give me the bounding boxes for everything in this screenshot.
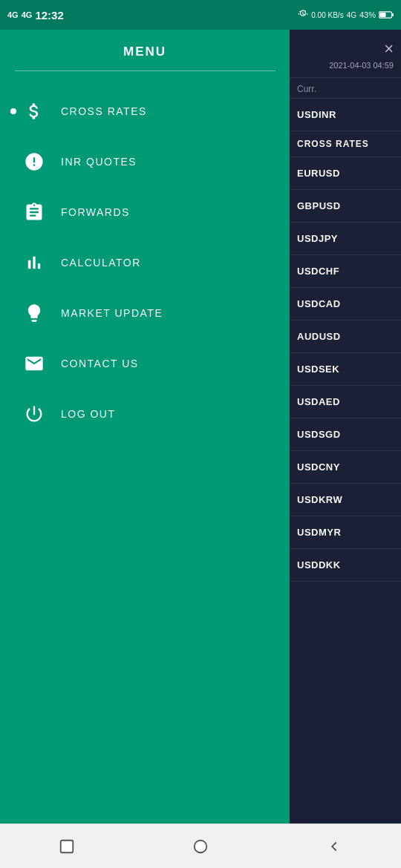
mail-icon — [22, 352, 46, 375]
status-bar: 4G 4G 12:32 0.00 KB/s 4G 43% — [0, 0, 401, 30]
currency-gbpusd[interactable]: GBPUSD — [290, 190, 401, 223]
right-header: × 2021-04-03 04:59 — [290, 30, 401, 78]
app-container: MENU CROSS RATES INR QUOTES — [0, 30, 401, 838]
svg-rect-1 — [379, 13, 385, 17]
status-right: 0.00 KB/s 4G 43% — [298, 10, 394, 20]
menu-item-forwards[interactable]: FORWARDS — [0, 187, 290, 237]
currency-usdmyr[interactable]: USDMYR — [290, 516, 401, 549]
inr-quotes-label: INR QUOTES — [61, 156, 137, 168]
contact-us-label: CONTACT US — [61, 358, 139, 369]
clipboard-icon — [22, 200, 46, 224]
nav-home-button[interactable] — [182, 832, 219, 861]
signal-2: 4G — [22, 10, 33, 19]
right-panel: × 2021-04-03 04:59 Curr. USDINR CROSS RA… — [290, 30, 401, 838]
nav-back-button[interactable] — [316, 832, 353, 861]
svg-point-4 — [195, 840, 207, 852]
svg-rect-2 — [392, 13, 394, 16]
currency-usdinr[interactable]: USDINR — [290, 99, 401, 131]
currency-audusd[interactable]: AUDUSD — [290, 320, 401, 353]
nav-square-button[interactable] — [48, 832, 85, 861]
signal-1: 4G — [7, 10, 19, 19]
menu-panel: MENU CROSS RATES INR QUOTES — [0, 30, 290, 838]
currency-usdcad[interactable]: USDCAD — [290, 288, 401, 320]
bulb-icon — [22, 301, 46, 325]
currency-usdsgd[interactable]: USDSGD — [290, 418, 401, 451]
currency-usddkk[interactable]: USDDKK — [290, 549, 401, 582]
battery-icon — [379, 10, 394, 19]
market-update-label: MARKET UPDATE — [61, 307, 163, 319]
right-close: × — [297, 41, 394, 57]
menu-item-calculator[interactable]: CALCULATOR — [0, 237, 290, 288]
speed-indicator: 0.00 KB/s — [311, 11, 343, 19]
calculator-label: CALCULATOR — [61, 257, 141, 269]
currency-usdkrw[interactable]: USDKRW — [290, 484, 401, 516]
section-cross-rates: CROSS RATES — [290, 131, 401, 157]
curr-header: Curr. — [290, 78, 401, 99]
close-button[interactable]: × — [384, 41, 394, 57]
status-time: 12:32 — [35, 9, 63, 22]
network-indicator: 4G — [347, 11, 356, 19]
cross-rates-label: CROSS RATES — [61, 105, 147, 117]
forwards-label: FORWARDS — [61, 206, 130, 218]
currency-usdchf[interactable]: USDCHF — [290, 255, 401, 288]
power-icon — [22, 402, 46, 426]
menu-item-inr-quotes[interactable]: INR QUOTES — [0, 137, 290, 187]
menu-divider — [15, 70, 276, 71]
currency-usdcny[interactable]: USDCNY — [290, 451, 401, 484]
coins-icon — [22, 150, 46, 174]
chart-icon — [22, 251, 46, 274]
log-out-label: LOG OUT — [61, 408, 116, 420]
menu-item-log-out[interactable]: LOG OUT — [0, 389, 290, 439]
menu-item-cross-rates[interactable]: CROSS RATES — [0, 86, 290, 137]
alarm-icon — [298, 10, 308, 20]
menu-item-contact-us[interactable]: CONTACT US — [0, 338, 290, 389]
currency-usdsek[interactable]: USDSEK — [290, 353, 401, 386]
menu-item-market-update[interactable]: MARKET UPDATE — [0, 288, 290, 338]
currency-list: USDINR CROSS RATES EURUSD GBPUSD USDJPY … — [290, 99, 401, 582]
menu-title: MENU — [0, 45, 290, 59]
currency-eurusd[interactable]: EURUSD — [290, 157, 401, 190]
currency-usdaed[interactable]: USDAED — [290, 386, 401, 418]
nav-bar — [0, 823, 401, 868]
svg-rect-3 — [61, 840, 74, 852]
status-left: 4G 4G 12:32 — [7, 9, 64, 22]
menu-items: CROSS RATES INR QUOTES FORWARDS — [0, 79, 290, 447]
currency-usdjpy[interactable]: USDJPY — [290, 223, 401, 255]
timestamp: 2021-04-03 04:59 — [297, 61, 394, 70]
currency-icon — [22, 99, 46, 123]
battery-indicator: 43% — [359, 10, 376, 19]
